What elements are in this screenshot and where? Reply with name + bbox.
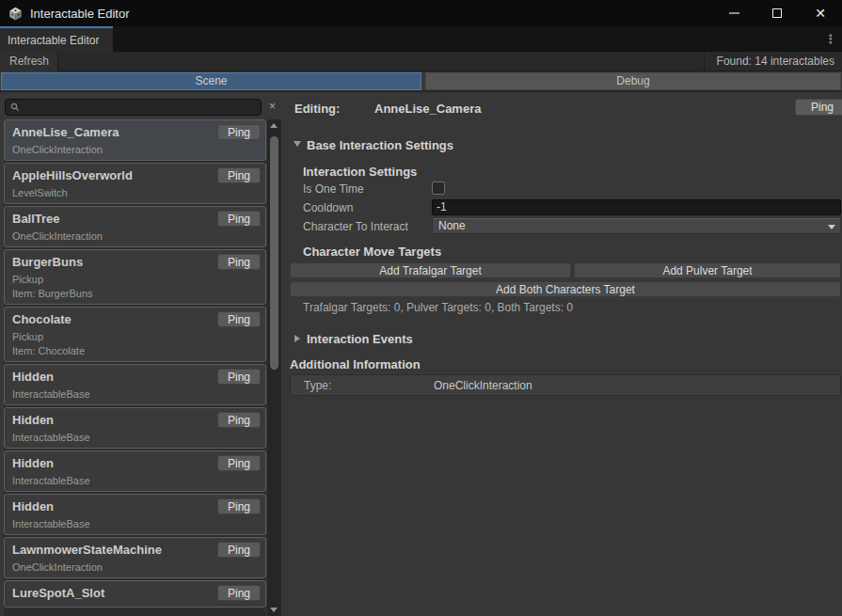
list-item[interactable]: LureSpotA_SlotPing <box>4 580 266 608</box>
interaction-events-foldout[interactable]: Interaction Events <box>307 332 413 346</box>
character-dropdown[interactable]: None <box>432 218 841 234</box>
list-item[interactable]: HiddenPingInteractableBase <box>4 407 266 449</box>
minimize-icon <box>729 12 739 14</box>
item-subtitle: LevelSwitch <box>12 187 261 198</box>
chevron-down-icon <box>828 225 835 229</box>
list-item[interactable]: HiddenPingInteractableBase <box>4 450 266 492</box>
item-subtitle: Item: Chocolate <box>12 345 261 356</box>
list-item[interactable]: ChocolatePingPickupItem: Chocolate <box>4 307 266 362</box>
add-pulver-target-button[interactable]: Add Pulver Target <box>574 262 841 278</box>
found-count: Found: 14 interactables <box>704 52 842 71</box>
scroll-up-icon[interactable] <box>270 123 278 128</box>
additional-info-header: Additional Information <box>290 357 421 371</box>
refresh-button[interactable]: Refresh <box>0 52 58 71</box>
editing-label: Editing: <box>294 102 340 116</box>
list-item[interactable]: HiddenPingInteractableBase <box>4 364 266 405</box>
toolbar: Refresh Found: 14 interactables <box>0 52 842 71</box>
item-subtitle: InteractableBase <box>12 388 261 400</box>
inspector-panel: Editing: AnneLise_Camera Ping Base Inter… <box>282 91 842 616</box>
close-icon: ✕ <box>815 7 826 20</box>
item-subtitle: OneClickInteraction <box>12 230 261 242</box>
kebab-menu-icon[interactable]: ⋮ <box>823 31 838 48</box>
list-item[interactable]: BallTreePingOneClickInteraction <box>4 206 266 247</box>
interaction-settings-header: Interaction Settings <box>303 165 417 179</box>
maximize-button[interactable] <box>755 0 799 26</box>
ping-button[interactable]: Ping <box>217 167 261 183</box>
type-value: OneClickInteraction <box>434 379 532 392</box>
search-input[interactable] <box>5 99 262 116</box>
base-settings-foldout[interactable]: Base Interaction Settings <box>307 138 453 152</box>
item-name: BurgerBuns <box>12 255 83 269</box>
tab-label: Interactable Editor <box>8 34 99 47</box>
item-name: Chocolate <box>12 312 71 326</box>
item-subtitle: OneClickInteraction <box>12 144 261 155</box>
tab-interactable-editor[interactable]: Interactable Editor <box>0 26 113 52</box>
item-name: AnneLise_Camera <box>12 125 119 139</box>
scroll-down-icon[interactable] <box>270 608 278 612</box>
character-dropdown-value: None <box>438 219 466 232</box>
move-targets-header: Character Move Targets <box>303 245 441 259</box>
view-tabs: Scene Debug <box>0 72 842 90</box>
item-name: Hidden <box>12 370 54 384</box>
add-trafalgar-target-button[interactable]: Add Trafalgar Target <box>290 262 571 278</box>
list-item[interactable]: AnneLise_CameraPingOneClickInteraction <box>4 119 266 161</box>
ping-button[interactable]: Ping <box>795 99 842 116</box>
item-subtitle: InteractableBase <box>12 475 261 486</box>
title-bar: Interactable Editor ✕ <box>0 0 842 26</box>
type-label: Type: <box>304 379 331 392</box>
list-item[interactable]: BurgerBunsPingPickupItem: BurgerBuns <box>4 249 266 305</box>
close-button[interactable]: ✕ <box>799 0 842 26</box>
ping-button[interactable]: Ping <box>217 585 261 601</box>
scrollbar-thumb[interactable] <box>270 136 278 370</box>
ping-button[interactable]: Ping <box>217 311 261 327</box>
item-subtitle: Item: BurgerBuns <box>12 288 261 299</box>
is-one-time-checkbox[interactable] <box>432 182 445 195</box>
ping-button[interactable]: Ping <box>217 254 261 270</box>
character-to-interact-label: Character To Interact <box>303 220 408 233</box>
app-cube-icon <box>8 7 23 21</box>
type-row: Type: OneClickInteraction <box>290 374 841 396</box>
item-name: LureSpotA_Slot <box>12 586 104 600</box>
list-item[interactable]: AppleHillsOverworldPingLevelSwitch <box>4 163 266 204</box>
list-item[interactable]: LawnmowerStateMachinePingOneClickInterac… <box>4 537 266 578</box>
ping-button[interactable]: Ping <box>217 369 261 385</box>
interactable-list: AnneLise_CameraPingOneClickInteractionAp… <box>4 119 266 616</box>
document-tab-strip: Interactable Editor ⋮ <box>0 26 842 52</box>
item-name: AppleHillsOverworld <box>12 168 133 182</box>
cooldown-field[interactable]: -1 <box>432 199 841 215</box>
search-icon <box>10 103 20 112</box>
targets-stats-text: Trafalgar Targets: 0, Pulver Targets: 0,… <box>303 301 573 314</box>
item-subtitle: Pickup <box>12 331 261 342</box>
editing-value: AnneLise_Camera <box>374 102 481 116</box>
item-subtitle: Pickup <box>12 274 261 285</box>
list-scrollbar[interactable] <box>267 119 281 616</box>
search-clear-button[interactable]: × <box>264 99 280 116</box>
maximize-icon <box>772 8 782 18</box>
item-name: Hidden <box>12 456 54 470</box>
list-item[interactable]: HiddenPingInteractableBase <box>4 494 266 535</box>
ping-button[interactable]: Ping <box>217 455 261 471</box>
item-subtitle: InteractableBase <box>12 518 261 529</box>
item-name: LawnmowerStateMachine <box>12 543 162 557</box>
cooldown-label: Cooldown <box>303 201 353 214</box>
item-name: Hidden <box>12 413 54 427</box>
foldout-closed-icon[interactable] <box>294 335 300 342</box>
item-subtitle: OneClickInteraction <box>12 561 261 573</box>
tab-scene[interactable]: Scene <box>1 72 421 90</box>
minimize-button[interactable] <box>712 0 755 26</box>
tab-debug[interactable]: Debug <box>425 72 841 90</box>
add-both-targets-button[interactable]: Add Both Characters Target <box>290 281 841 297</box>
ping-button[interactable]: Ping <box>217 542 261 558</box>
foldout-open-icon[interactable] <box>294 141 301 147</box>
item-name: Hidden <box>12 499 54 513</box>
window-title: Interactable Editor <box>30 7 130 21</box>
ping-button[interactable]: Ping <box>217 498 261 514</box>
is-one-time-label: Is One Time <box>303 182 364 196</box>
item-subtitle: InteractableBase <box>12 432 261 443</box>
item-name: BallTree <box>12 212 60 226</box>
ping-button[interactable]: Ping <box>217 412 261 428</box>
ping-button[interactable]: Ping <box>217 124 261 140</box>
ping-button[interactable]: Ping <box>217 211 261 227</box>
